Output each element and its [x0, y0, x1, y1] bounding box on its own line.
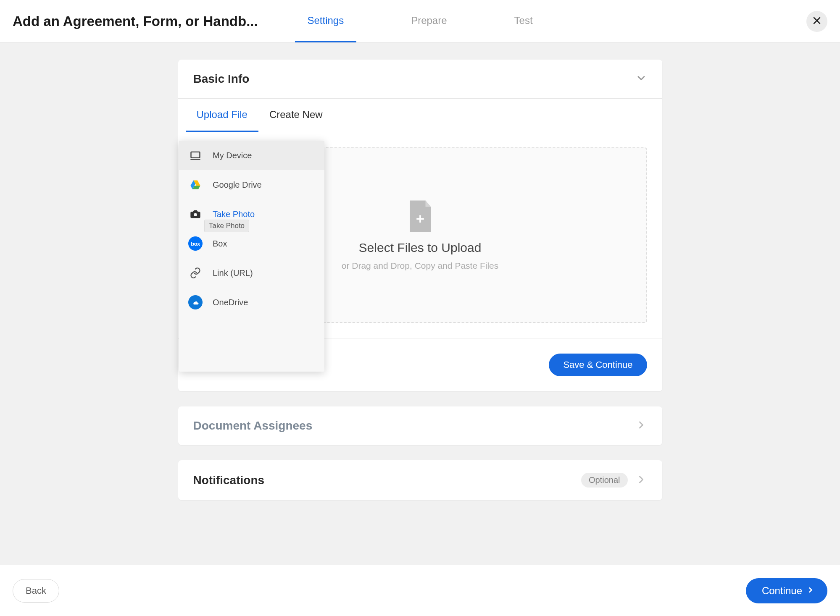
source-my-device[interactable]: My Device: [179, 141, 324, 170]
chevron-down-icon: [635, 72, 647, 86]
upload-source-dropdown: My Device Google Drive Take Photo Take P…: [179, 141, 324, 372]
svg-point-9: [194, 213, 197, 216]
camera-icon: [188, 207, 203, 221]
notifications-title: Notifications: [193, 474, 265, 487]
source-label: Google Drive: [213, 180, 262, 190]
continue-button[interactable]: Continue: [746, 578, 827, 603]
basic-info-title: Basic Info: [193, 72, 250, 86]
device-icon: [188, 148, 203, 163]
source-label: My Device: [213, 151, 252, 160]
dropzone-subtitle: or Drag and Drop, Copy and Paste Files: [342, 261, 499, 271]
basic-info-header[interactable]: Basic Info: [178, 60, 662, 98]
bottom-bar: Back Continue: [0, 565, 840, 616]
source-link-url[interactable]: Link (URL): [179, 258, 324, 288]
source-label: OneDrive: [213, 298, 248, 307]
notifications-header[interactable]: Notifications Optional: [178, 460, 662, 500]
main-content: Basic Info Upload File Create New Select…: [0, 43, 840, 500]
sub-tab-upload-file[interactable]: Upload File: [186, 99, 258, 132]
document-assignees-title: Document Assignees: [193, 419, 313, 433]
chevron-right-icon: [635, 419, 647, 433]
source-google-drive[interactable]: Google Drive: [179, 170, 324, 199]
notifications-header-right: Optional: [581, 473, 647, 488]
document-assignees-header[interactable]: Document Assignees: [178, 406, 662, 445]
source-take-photo[interactable]: Take Photo Take Photo: [179, 199, 324, 229]
page-title: Add an Agreement, Form, or Handb...: [13, 13, 265, 29]
google-drive-icon: [188, 178, 203, 192]
chevron-right-icon: [806, 585, 815, 597]
header-bar: Add an Agreement, Form, or Handb... Sett…: [0, 0, 840, 43]
chevron-right-icon: [635, 474, 647, 487]
take-photo-tooltip: Take Photo: [204, 220, 249, 232]
box-icon: box: [188, 236, 203, 251]
sub-tab-create-new[interactable]: Create New: [258, 99, 334, 132]
back-button[interactable]: Back: [13, 579, 59, 603]
dropzone-title: Select Files to Upload: [359, 241, 482, 255]
top-tabs: Settings Prepare Test: [295, 0, 545, 42]
save-continue-button[interactable]: Save & Continue: [549, 354, 647, 376]
notifications-card: Notifications Optional: [178, 460, 662, 500]
source-label: Link (URL): [213, 268, 253, 278]
sub-tabs: Upload File Create New: [178, 99, 662, 132]
svg-rect-4: [191, 152, 200, 158]
source-label: Box: [213, 239, 227, 249]
tab-test[interactable]: Test: [502, 0, 545, 42]
file-plus-icon: [408, 199, 433, 235]
document-assignees-card: Document Assignees: [178, 406, 662, 445]
source-box[interactable]: box Box: [179, 229, 324, 258]
optional-badge: Optional: [581, 473, 628, 488]
close-button[interactable]: [806, 11, 827, 32]
link-icon: [188, 266, 203, 280]
continue-label: Continue: [762, 585, 802, 597]
source-onedrive[interactable]: OneDrive: [179, 288, 324, 317]
tab-prepare[interactable]: Prepare: [398, 0, 459, 42]
close-icon: [812, 16, 822, 27]
source-label: Take Photo: [213, 210, 255, 219]
onedrive-icon: [188, 295, 203, 309]
tab-settings[interactable]: Settings: [295, 0, 356, 42]
